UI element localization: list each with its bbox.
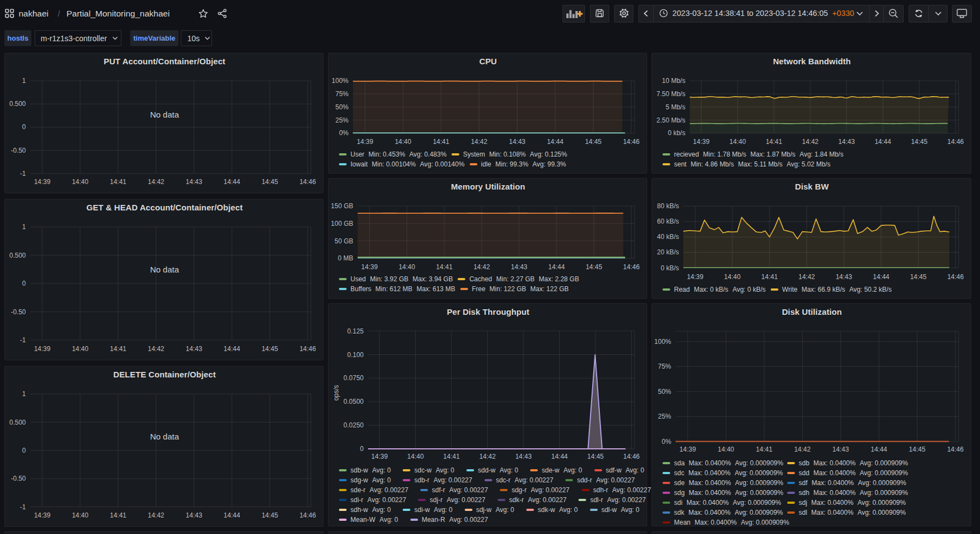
svg-text:20 kB/s: 20 kB/s (657, 248, 679, 256)
svg-text:14:40: 14:40 (717, 446, 734, 453)
svg-text:0.0750: 0.0750 (343, 374, 364, 382)
svg-text:150 GB: 150 GB (331, 202, 353, 210)
svg-text:14:46: 14:46 (299, 178, 316, 186)
svg-text:-1: -1 (20, 503, 26, 511)
svg-text:14:46: 14:46 (947, 446, 964, 453)
svg-text:25%: 25% (335, 116, 348, 124)
svg-text:14:40: 14:40 (395, 138, 411, 146)
svg-text:100 GB: 100 GB (331, 220, 353, 227)
svg-text:0 kb/s: 0 kb/s (668, 129, 686, 137)
svg-text:0.0500: 0.0500 (343, 398, 364, 405)
svg-text:14:40: 14:40 (407, 453, 424, 460)
svg-text:14:39: 14:39 (34, 345, 51, 353)
svg-text:14:39: 14:39 (371, 453, 388, 460)
svg-text:14:39: 14:39 (34, 511, 51, 519)
svg-text:25%: 25% (658, 413, 671, 420)
svg-text:14:41: 14:41 (110, 511, 126, 519)
svg-text:0.500: 0.500 (9, 100, 26, 108)
svg-text:14:42: 14:42 (802, 138, 818, 146)
svg-text:14:41: 14:41 (443, 453, 460, 460)
svg-text:14:46: 14:46 (299, 345, 316, 353)
svg-text:5 Mb/s: 5 Mb/s (666, 103, 686, 111)
svg-text:14:44: 14:44 (873, 273, 889, 281)
svg-text:60 kB/s: 60 kB/s (657, 218, 679, 225)
svg-text:14:44: 14:44 (551, 453, 567, 460)
svg-text:75%: 75% (658, 363, 671, 370)
svg-text:14:45: 14:45 (261, 178, 278, 186)
svg-text:0 kB/s: 0 kB/s (661, 264, 679, 272)
svg-text:14:41: 14:41 (761, 273, 778, 281)
svg-text:14:42: 14:42 (471, 138, 487, 146)
svg-text:14:45: 14:45 (261, 511, 278, 519)
svg-text:0: 0 (360, 445, 364, 453)
svg-text:0: 0 (22, 447, 26, 454)
svg-text:0.0250: 0.0250 (343, 421, 364, 429)
svg-text:14:39: 14:39 (693, 138, 710, 146)
svg-text:7.50 Mb/s: 7.50 Mb/s (656, 90, 686, 98)
svg-text:14:45: 14:45 (585, 138, 602, 146)
svg-text:14:40: 14:40 (72, 178, 88, 186)
svg-text:14:43: 14:43 (832, 446, 849, 453)
svg-text:14:42: 14:42 (794, 446, 811, 453)
svg-text:14:44: 14:44 (871, 446, 887, 453)
svg-text:14:39: 14:39 (687, 273, 703, 281)
svg-text:14:39: 14:39 (361, 263, 378, 271)
svg-text:0 MB: 0 MB (338, 254, 353, 262)
svg-text:14:41: 14:41 (110, 345, 126, 353)
svg-text:14:45: 14:45 (587, 453, 604, 460)
svg-text:14:46: 14:46 (947, 273, 964, 281)
svg-text:-0.50: -0.50 (11, 475, 26, 482)
svg-text:-0.50: -0.50 (11, 308, 26, 316)
svg-text:0: 0 (22, 280, 26, 287)
svg-text:14:43: 14:43 (515, 453, 532, 460)
svg-text:14:46: 14:46 (299, 511, 316, 519)
svg-text:14:42: 14:42 (474, 263, 490, 271)
svg-text:14:43: 14:43 (511, 263, 527, 271)
svg-text:80 kB/s: 80 kB/s (657, 202, 679, 210)
svg-text:14:41: 14:41 (766, 138, 782, 146)
svg-text:14:39: 14:39 (357, 138, 373, 146)
svg-text:75%: 75% (335, 90, 348, 98)
svg-text:1: 1 (22, 77, 26, 85)
svg-text:40 kB/s: 40 kB/s (657, 233, 679, 241)
svg-text:14:45: 14:45 (911, 138, 927, 146)
svg-text:14:46: 14:46 (623, 263, 639, 271)
svg-text:14:44: 14:44 (224, 511, 240, 519)
svg-text:0%: 0% (661, 438, 671, 446)
svg-text:50 GB: 50 GB (335, 237, 353, 245)
svg-text:14:42: 14:42 (148, 511, 164, 519)
svg-text:50%: 50% (335, 103, 348, 111)
svg-text:14:45: 14:45 (910, 273, 927, 281)
svg-text:14:40: 14:40 (72, 511, 88, 519)
svg-text:2.50 Mb/s: 2.50 Mb/s (656, 116, 686, 124)
svg-text:14:43: 14:43 (836, 273, 852, 281)
svg-text:14:42: 14:42 (148, 345, 164, 353)
svg-text:14:44: 14:44 (875, 138, 891, 146)
svg-text:1: 1 (22, 390, 26, 398)
svg-text:14:40: 14:40 (724, 273, 740, 281)
svg-text:14:41: 14:41 (110, 178, 126, 186)
svg-text:14:42: 14:42 (798, 273, 815, 281)
svg-text:14:43: 14:43 (186, 345, 202, 353)
svg-text:14:39: 14:39 (680, 446, 696, 453)
svg-text:100%: 100% (332, 77, 349, 85)
svg-text:14:44: 14:44 (224, 345, 240, 353)
svg-text:14:45: 14:45 (909, 446, 926, 453)
svg-text:0.125: 0.125 (347, 327, 364, 335)
svg-text:ops/s: ops/s (332, 385, 340, 401)
svg-text:14:42: 14:42 (479, 453, 495, 460)
svg-text:14:40: 14:40 (72, 345, 88, 353)
svg-text:14:40: 14:40 (730, 138, 746, 146)
svg-text:100%: 100% (654, 338, 671, 346)
svg-text:14:45: 14:45 (261, 345, 278, 353)
svg-text:14:40: 14:40 (399, 263, 415, 271)
svg-text:14:46: 14:46 (623, 138, 639, 146)
svg-text:14:46: 14:46 (623, 453, 639, 460)
svg-text:-1: -1 (20, 170, 26, 177)
svg-text:14:41: 14:41 (433, 138, 449, 146)
svg-text:14:41: 14:41 (756, 446, 772, 453)
svg-text:-0.50: -0.50 (11, 147, 26, 154)
svg-text:14:43: 14:43 (838, 138, 855, 146)
svg-text:14:45: 14:45 (586, 263, 602, 271)
svg-text:14:43: 14:43 (509, 138, 525, 146)
